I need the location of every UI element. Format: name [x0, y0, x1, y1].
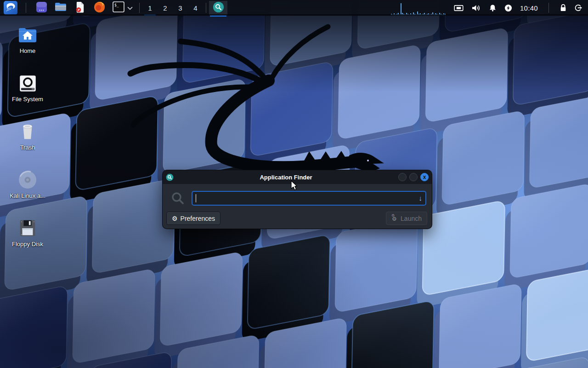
- kali-desktop: $_ 1234 10:40 Home File System Trash Kal…: [0, 0, 588, 368]
- graph-bar: [428, 13, 429, 15]
- volume-icon[interactable]: [471, 4, 481, 12]
- top-panel: $_ 1234 10:40: [0, 0, 588, 16]
- graph-bar: [441, 14, 441, 15]
- text-caret: [196, 194, 196, 202]
- graph-bar: [424, 13, 425, 15]
- desktop-icon-label: Floppy Disk: [12, 241, 43, 247]
- appfinder-search-icon: [166, 173, 174, 181]
- application-finder-window[interactable]: Application Finder x ↓ ⚙ Preferences: [163, 170, 432, 229]
- window-title: Application Finder: [174, 174, 398, 181]
- graph-bar: [412, 14, 413, 15]
- graph-bar: [401, 3, 401, 15]
- panel-separator: [548, 3, 549, 13]
- terminal-launcher[interactable]: $_: [112, 1, 125, 15]
- disc-icon: [17, 170, 38, 190]
- desktop-icon-trash[interactable]: Trash: [5, 121, 51, 151]
- search-field-wrap: ↓: [192, 191, 426, 206]
- workspace-switcher: 1234: [142, 0, 203, 16]
- system-load-graph[interactable]: [391, 1, 446, 15]
- close-button[interactable]: x: [420, 173, 429, 181]
- graph-bar: [439, 13, 440, 15]
- maximize-button[interactable]: [409, 173, 418, 181]
- panel-launchers: $_: [0, 0, 136, 16]
- file-manager-icon: [55, 2, 67, 14]
- graph-bar: [403, 14, 404, 15]
- launch-label: Launch: [401, 215, 422, 222]
- clock[interactable]: 10:40: [520, 4, 538, 12]
- graph-bar: [432, 12, 433, 15]
- graph-bar: [413, 12, 414, 15]
- graph-bar: [402, 13, 403, 15]
- desktop-icon-home[interactable]: Home: [5, 25, 51, 54]
- graph-bar: [443, 13, 444, 15]
- trash-icon: [17, 121, 38, 142]
- workspace-button-1[interactable]: 1: [142, 0, 158, 16]
- window-controls: x: [398, 173, 429, 181]
- search-input[interactable]: [192, 191, 426, 206]
- graph-bar: [405, 14, 406, 15]
- desktop-icon-column: Home File System Trash Kali Linux a... F…: [5, 25, 51, 247]
- graph-bar: [431, 14, 432, 15]
- desktop-icon-floppy-disk[interactable]: Floppy Disk: [5, 218, 51, 247]
- graph-bar: [391, 14, 392, 15]
- graph-bar: [434, 14, 435, 15]
- graph-bar: [407, 14, 408, 15]
- graph-bar: [417, 12, 418, 15]
- drive-icon: [17, 73, 38, 93]
- desktop-icon-label: Home: [20, 47, 36, 54]
- graph-bar: [420, 13, 421, 15]
- graph-bar: [398, 13, 399, 15]
- graph-bar: [445, 14, 446, 15]
- graph-bar: [399, 14, 400, 15]
- workspace-button-3[interactable]: 3: [173, 0, 188, 16]
- floppy-icon: [17, 218, 38, 238]
- terminal-launcher-group: $_: [112, 1, 133, 15]
- logout-icon[interactable]: [574, 4, 582, 12]
- launch-gears-icon: ⚙⚙: [391, 215, 398, 222]
- file-manager-launcher[interactable]: [54, 1, 68, 15]
- gear-icon: ⚙: [172, 215, 178, 222]
- workspace-button-2[interactable]: 2: [158, 0, 173, 16]
- dialog-body: ↓ ⚙ Preferences ⚙⚙ Launch: [163, 184, 432, 229]
- search-icon: [171, 191, 185, 207]
- text-editor-launcher[interactable]: [73, 1, 87, 15]
- home-folder-icon: [17, 25, 38, 45]
- graph-bar: [423, 14, 424, 15]
- desktop-app-icon: [36, 1, 47, 15]
- graph-bar: [421, 14, 422, 15]
- terminal-icon: $_: [113, 1, 124, 14]
- power-manager-icon[interactable]: [504, 4, 512, 12]
- graph-bar: [427, 14, 428, 15]
- graph-bar: [418, 14, 419, 15]
- graph-bar: [435, 13, 436, 15]
- firefox-launcher[interactable]: [92, 1, 106, 15]
- kali-logo-launcher[interactable]: [4, 1, 17, 15]
- minimize-button[interactable]: [398, 173, 407, 181]
- panel-appfinder-button[interactable]: [209, 1, 227, 15]
- svg-text:$_: $_: [114, 3, 119, 7]
- arrow-down-icon[interactable]: ↓: [419, 194, 423, 202]
- graph-bar: [414, 14, 415, 15]
- graph-bar: [425, 14, 426, 15]
- dialog-buttons: ⚙ Preferences ⚙⚙ Launch: [166, 212, 427, 225]
- desktop-app-launcher[interactable]: [34, 1, 48, 15]
- launch-button[interactable]: ⚙⚙ Launch: [386, 212, 427, 225]
- preferences-label: Preferences: [181, 215, 215, 222]
- desktop-icon-kali-linux-a[interactable]: Kali Linux a...: [5, 170, 51, 199]
- graph-bar: [436, 14, 437, 15]
- chevron-down-icon[interactable]: [127, 4, 133, 12]
- preferences-button[interactable]: ⚙ Preferences: [166, 212, 220, 225]
- graph-bar: [430, 14, 430, 15]
- workspace-button-4[interactable]: 4: [188, 0, 203, 16]
- panel-separator: [26, 3, 26, 13]
- desktop-icon-file-system[interactable]: File System: [5, 73, 51, 103]
- ethernet-icon[interactable]: [454, 4, 464, 12]
- bell-icon[interactable]: [489, 4, 497, 12]
- lock-icon[interactable]: [560, 4, 567, 12]
- graph-bar: [409, 14, 410, 15]
- graph-bar: [442, 14, 443, 15]
- graph-bar: [396, 14, 397, 15]
- graph-bar: [394, 13, 395, 15]
- titlebar[interactable]: Application Finder x: [163, 170, 432, 184]
- system-tray: 10:40: [391, 0, 588, 16]
